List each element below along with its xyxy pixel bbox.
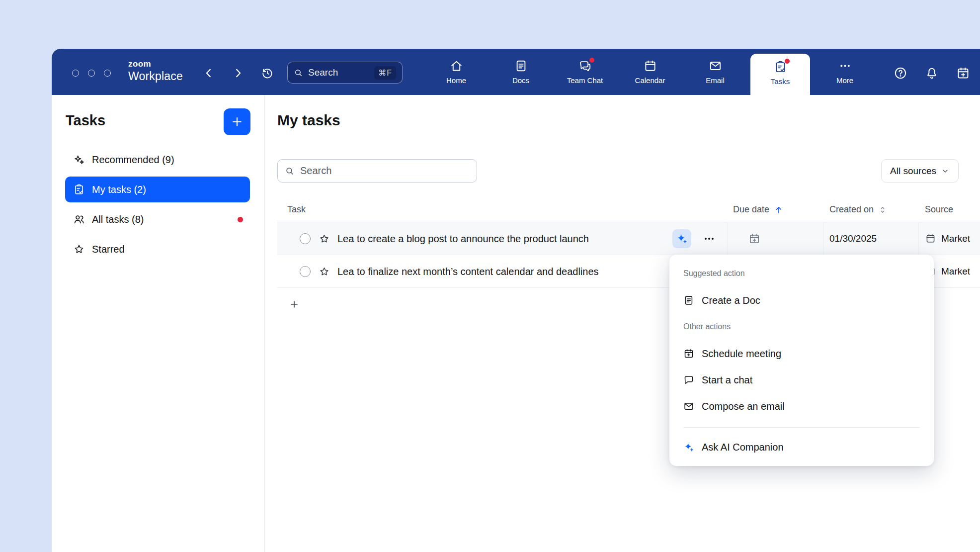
global-search-input[interactable] (308, 67, 369, 78)
envelope-icon (683, 401, 694, 412)
menu-section-header: Other actions (683, 322, 731, 331)
back-button[interactable] (202, 66, 216, 80)
screen: zoom Workplace ⌘F Home Docs Team Cha (0, 0, 980, 552)
top-bar: zoom Workplace ⌘F Home Docs Team Cha (52, 49, 980, 95)
nav-docs[interactable]: Docs (491, 49, 551, 95)
nav-more[interactable]: More (815, 49, 875, 95)
ai-companion-icon (683, 442, 694, 453)
tasks-icon (774, 60, 787, 74)
source-label: Market (941, 266, 970, 277)
column-divider (727, 222, 728, 255)
column-divider (918, 222, 919, 255)
nav-email[interactable]: Email (685, 49, 745, 95)
notification-dot (589, 58, 594, 63)
zoom-logo-text: zoom (128, 60, 183, 68)
menu-item-ask-ai-companion[interactable]: Ask AI Companion (683, 439, 924, 456)
menu-item-label: Start a chat (702, 374, 752, 386)
column-header-created-on[interactable]: Created on (829, 204, 887, 215)
add-task-button[interactable] (224, 108, 250, 135)
sparkles-icon (73, 154, 85, 166)
search-icon (294, 68, 303, 78)
sort-icon[interactable] (878, 205, 887, 214)
notifications-button[interactable] (925, 66, 939, 80)
calendar-icon (644, 59, 657, 73)
star-icon[interactable] (319, 266, 330, 277)
team-chat-icon (578, 59, 592, 73)
source-label: Market (941, 233, 970, 244)
sidebar-item-label: All tasks (8) (92, 214, 144, 225)
task-row[interactable]: Lea to create a blog post to announce th… (277, 222, 980, 255)
source-filter-dropdown[interactable]: All sources (881, 159, 959, 183)
nav-team-chat[interactable]: Team Chat (555, 49, 615, 95)
nav-home[interactable]: Home (426, 49, 486, 95)
menu-item-label: Ask AI Companion (702, 442, 784, 453)
page-title: My tasks (277, 112, 340, 129)
chevron-left-icon (202, 67, 215, 80)
menu-item-label: Create a Doc (702, 295, 760, 306)
ai-companion-icon (676, 233, 688, 245)
help-button[interactable] (894, 66, 907, 80)
nav-team-chat-label: Team Chat (567, 76, 603, 85)
forward-button[interactable] (231, 66, 245, 80)
nav-email-label: Email (706, 76, 725, 85)
menu-item-label: Compose an email (702, 401, 785, 412)
task-search[interactable] (277, 159, 477, 183)
menu-item-start-a-chat[interactable]: Start a chat (683, 371, 924, 388)
nav-home-label: Home (446, 76, 466, 85)
nav-more-label: More (836, 76, 853, 85)
add-due-date-button[interactable] (748, 233, 760, 245)
add-task-inline-button[interactable] (289, 299, 299, 309)
sidebar-item-recommended[interactable]: Recommended (9) (65, 147, 250, 173)
nav-tasks[interactable]: Tasks (750, 54, 810, 95)
calendar-add-icon (956, 66, 970, 80)
created-on-value: 01/30/2025 (829, 233, 877, 244)
row-more-button[interactable] (703, 232, 716, 245)
task-search-input[interactable] (300, 165, 470, 177)
task-title: Lea to create a blog post to announce th… (337, 233, 589, 244)
my-tasks-icon (73, 184, 85, 195)
nav-tasks-label: Tasks (771, 77, 790, 86)
doc-icon (683, 295, 694, 306)
window-control-maximize[interactable] (104, 70, 111, 77)
home-icon (450, 59, 463, 73)
bell-icon (925, 66, 939, 80)
window-control-minimize[interactable] (88, 70, 95, 77)
menu-item-label: Schedule meeting (702, 348, 781, 360)
people-icon (73, 213, 85, 225)
menu-item-create-a-doc[interactable]: Create a Doc (683, 292, 924, 309)
star-icon[interactable] (319, 233, 330, 244)
sidebar-item-my-tasks[interactable]: My tasks (2) (65, 177, 250, 202)
unread-dot (238, 217, 243, 222)
source-filter-label: All sources (890, 166, 936, 177)
chat-bubble-icon (683, 374, 694, 385)
chevron-down-icon (941, 167, 950, 176)
task-actions-menu: Suggested action Create a Doc Other acti… (669, 255, 934, 466)
docs-icon (514, 59, 528, 73)
source-cell: Market (925, 233, 970, 244)
task-complete-checkbox[interactable] (300, 266, 311, 277)
nav-calendar[interactable]: Calendar (620, 49, 680, 95)
ai-companion-actions-button[interactable] (672, 229, 691, 248)
menu-section-header: Suggested action (683, 269, 745, 278)
column-divider (823, 222, 823, 255)
email-icon (709, 59, 722, 73)
menu-item-compose-an-email[interactable]: Compose an email (683, 398, 924, 415)
history-icon (261, 67, 274, 80)
sidebar-item-label: Recommended (9) (92, 154, 174, 166)
main-content: My tasks All sources Task Due date Creat… (265, 95, 980, 552)
sidebar-item-all-tasks[interactable]: All tasks (8) (65, 206, 250, 232)
menu-item-schedule-meeting[interactable]: Schedule meeting (683, 345, 924, 362)
brand-logo: zoom Workplace (128, 60, 183, 82)
history-button[interactable] (260, 66, 274, 80)
plus-icon (289, 299, 299, 309)
calendar-add-button[interactable] (956, 66, 970, 80)
sidebar-item-starred[interactable]: Starred (65, 236, 250, 262)
task-complete-checkbox[interactable] (300, 233, 311, 244)
sidebar-list: Recommended (9) My tasks (2) All tasks (… (65, 147, 250, 266)
window-control-close[interactable] (72, 70, 79, 77)
calendar-add-icon (748, 233, 760, 245)
column-header-due-date[interactable]: Due date (733, 204, 784, 215)
sort-ascending-icon[interactable] (774, 205, 784, 215)
global-search[interactable]: ⌘F (287, 62, 403, 84)
sidebar-title: Tasks (66, 112, 105, 129)
